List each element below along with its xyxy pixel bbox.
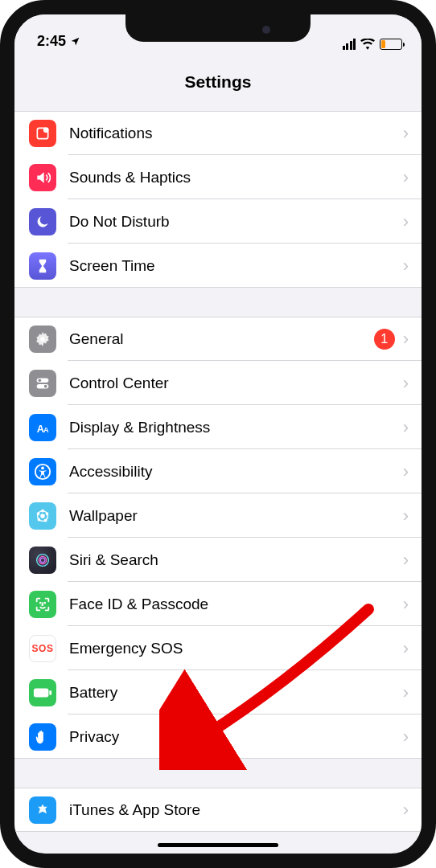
chevron-right-icon: ›: [403, 419, 409, 436]
svg-point-12: [40, 514, 45, 518]
row-label: Sounds & Haptics: [56, 169, 403, 186]
settings-list[interactable]: Notifications › Sounds & Haptics › Do No…: [14, 111, 422, 854]
row-label: iTunes & App Store: [56, 801, 403, 819]
chevron-right-icon: ›: [403, 169, 409, 186]
row-label: Face ID & Passcode: [56, 596, 403, 613]
row-general[interactable]: General 1 ›: [14, 317, 422, 361]
siri-icon: [29, 547, 56, 574]
chevron-right-icon: ›: [403, 125, 409, 142]
row-label: Do Not Disturb: [56, 213, 403, 231]
row-label: Battery: [56, 684, 403, 702]
row-itunes[interactable]: iTunes & App Store ›: [14, 788, 422, 832]
settings-group: iTunes & App Store ›: [14, 788, 422, 832]
svg-point-21: [40, 602, 41, 603]
row-privacy[interactable]: Privacy ›: [14, 714, 422, 759]
row-label: Screen Time: [56, 257, 403, 275]
svg-point-20: [40, 558, 45, 563]
wallpaper-icon: [29, 502, 56, 530]
chevron-right-icon: ›: [403, 213, 409, 231]
row-sos[interactable]: SOS Emergency SOS ›: [14, 626, 422, 670]
row-dnd[interactable]: Do Not Disturb ›: [14, 199, 422, 244]
svg-text:A: A: [43, 425, 49, 433]
chevron-right-icon: ›: [403, 330, 409, 348]
row-label: Control Center: [56, 375, 403, 392]
chevron-right-icon: ›: [403, 801, 409, 819]
svg-point-13: [42, 510, 43, 511]
row-control-center[interactable]: Control Center ›: [14, 361, 422, 405]
svg-point-16: [38, 518, 39, 520]
text-size-icon: AA: [29, 414, 56, 441]
row-wallpaper[interactable]: Wallpaper ›: [14, 493, 422, 538]
settings-group: Notifications › Sounds & Haptics › Do No…: [14, 111, 422, 288]
svg-rect-23: [34, 688, 48, 697]
moon-icon: [29, 208, 56, 235]
settings-group: General 1 › Control Center › AA Display …: [14, 317, 422, 759]
svg-point-14: [46, 513, 47, 514]
svg-point-22: [44, 602, 45, 603]
hourglass-icon: [29, 252, 56, 280]
chevron-right-icon: ›: [403, 640, 409, 657]
appstore-icon: [29, 796, 56, 824]
row-label: Privacy: [56, 728, 403, 746]
row-label: Wallpaper: [56, 507, 403, 525]
sos-icon: SOS: [29, 635, 56, 662]
svg-point-15: [44, 519, 46, 521]
accessibility-icon: [29, 458, 56, 485]
row-label: Display & Brightness: [56, 419, 403, 436]
status-time: 2:45: [37, 33, 66, 50]
row-display[interactable]: AA Display & Brightness ›: [14, 405, 422, 449]
chevron-right-icon: ›: [403, 257, 409, 275]
row-notifications[interactable]: Notifications ›: [14, 111, 422, 155]
location-arrow-icon: [70, 36, 80, 47]
face-id-icon: [29, 591, 56, 618]
svg-point-10: [41, 466, 44, 469]
chevron-right-icon: ›: [403, 551, 409, 569]
notification-badge: 1: [374, 329, 395, 350]
row-siri[interactable]: Siri & Search ›: [14, 538, 422, 582]
svg-point-17: [37, 513, 39, 514]
row-label: Notifications: [56, 125, 403, 142]
row-accessibility[interactable]: Accessibility ›: [14, 449, 422, 493]
chevron-right-icon: ›: [403, 507, 409, 525]
row-label: Emergency SOS: [56, 640, 403, 657]
chevron-right-icon: ›: [403, 375, 409, 392]
gear-icon: [29, 326, 56, 353]
row-screentime[interactable]: Screen Time ›: [14, 244, 422, 288]
row-label: General: [56, 330, 374, 348]
page-title: Settings: [14, 53, 422, 104]
svg-point-4: [39, 379, 42, 382]
chevron-right-icon: ›: [403, 684, 409, 702]
notifications-icon: [29, 120, 56, 147]
hand-icon: [29, 723, 56, 751]
chevron-right-icon: ›: [403, 463, 409, 481]
battery-icon: [29, 679, 56, 706]
row-label: Accessibility: [56, 463, 403, 481]
cellular-signal-icon: [343, 39, 356, 50]
row-faceid[interactable]: Face ID & Passcode ›: [14, 582, 422, 626]
toggles-icon: [29, 370, 56, 397]
chevron-right-icon: ›: [403, 596, 409, 613]
svg-point-6: [44, 384, 47, 387]
row-sounds[interactable]: Sounds & Haptics ›: [14, 155, 422, 199]
phone-frame: 2:45 Settings Notifications ›: [0, 0, 436, 868]
row-label: Siri & Search: [56, 551, 403, 569]
row-battery[interactable]: Battery ›: [14, 670, 422, 714]
chevron-right-icon: ›: [403, 728, 409, 746]
svg-rect-24: [49, 690, 51, 695]
battery-status-icon: [380, 39, 402, 50]
svg-point-1: [43, 127, 49, 133]
notch: [125, 14, 311, 42]
speaker-icon: [29, 164, 56, 191]
home-indicator[interactable]: [158, 843, 278, 847]
wifi-icon: [360, 39, 375, 50]
